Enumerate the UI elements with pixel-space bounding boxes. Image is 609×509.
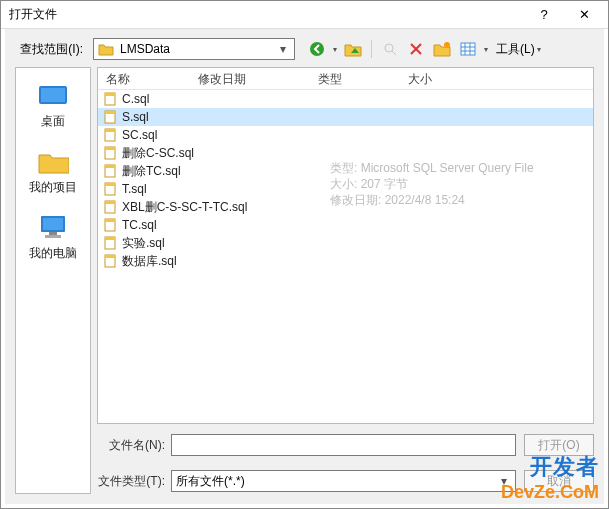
sql-file-icon — [102, 200, 118, 214]
list-area: 名称 修改日期 类型 大小 C.sqlS.sqlSC.sql删除C-SC.sql… — [97, 67, 594, 494]
file-row[interactable]: 删除C-SC.sql — [98, 144, 593, 162]
file-listview[interactable]: 名称 修改日期 类型 大小 C.sqlS.sqlSC.sql删除C-SC.sql… — [97, 67, 594, 424]
svg-rect-30 — [105, 201, 115, 204]
file-row[interactable]: TC.sql — [98, 216, 593, 234]
svg-rect-12 — [41, 88, 65, 102]
svg-rect-32 — [105, 219, 115, 222]
filename-label: 文件名(N): — [97, 437, 171, 454]
svg-rect-34 — [105, 237, 115, 240]
file-row[interactable]: 数据库.sql — [98, 252, 593, 270]
close-button[interactable]: ✕ — [564, 2, 604, 28]
cancel-button[interactable]: 取消 — [524, 470, 594, 492]
file-name: T.sql — [122, 182, 147, 196]
lookin-row: 查找范围(I): LMSData ▾ ▾ ▾ 工具(L) — [15, 35, 594, 63]
file-name: C.sql — [122, 92, 149, 106]
bottom-panel: 文件名(N): 打开(O) 文件类型(T): 所有文件(*.*) ▾ 取消 — [97, 424, 594, 494]
sql-file-icon — [102, 164, 118, 178]
file-name: S.sql — [122, 110, 149, 124]
sql-file-icon — [102, 92, 118, 106]
filetype-label: 文件类型(T): — [97, 473, 171, 490]
svg-rect-22 — [105, 129, 115, 132]
svg-rect-28 — [105, 183, 115, 186]
place-desktop[interactable]: 桌面 — [18, 76, 88, 136]
open-file-dialog: 打开文件 ? ✕ 查找范围(I): LMSData ▾ ▾ — [0, 0, 609, 509]
svg-rect-18 — [105, 93, 115, 96]
file-name: 删除TC.sql — [122, 163, 181, 180]
place-label: 桌面 — [41, 113, 65, 130]
file-row[interactable]: S.sql — [98, 108, 593, 126]
chevron-down-icon: ▾ — [497, 474, 511, 488]
sql-file-icon — [102, 128, 118, 142]
svg-rect-20 — [105, 111, 115, 114]
folder-icon — [37, 148, 69, 176]
places-bar: 桌面 我的项目 我的电脑 — [15, 67, 91, 494]
svg-point-0 — [310, 42, 324, 56]
place-computer[interactable]: 我的电脑 — [18, 208, 88, 268]
views-button[interactable] — [458, 39, 478, 59]
sql-file-icon — [102, 218, 118, 232]
dialog-body: 查找范围(I): LMSData ▾ ▾ ▾ 工具(L) — [1, 29, 608, 508]
svg-rect-14 — [43, 218, 63, 230]
sql-file-icon — [102, 236, 118, 250]
file-row[interactable]: 实验.sql — [98, 234, 593, 252]
lookin-combo[interactable]: LMSData ▾ — [93, 38, 295, 60]
help-button[interactable]: ? — [524, 2, 564, 28]
filename-input[interactable] — [171, 434, 516, 456]
file-name: 删除C-SC.sql — [122, 145, 194, 162]
file-name: TC.sql — [122, 218, 157, 232]
col-name[interactable]: 名称 — [98, 68, 190, 89]
file-row[interactable]: XBL删C-S-SC-T-TC.sql — [98, 198, 593, 216]
file-name: XBL删C-S-SC-T-TC.sql — [122, 199, 247, 216]
lookin-label: 查找范围(I): — [15, 41, 87, 58]
new-folder-button[interactable] — [432, 39, 452, 59]
place-projects[interactable]: 我的项目 — [18, 142, 88, 202]
sql-file-icon — [102, 182, 118, 196]
svg-point-5 — [444, 42, 450, 48]
place-label: 我的项目 — [29, 179, 77, 196]
col-type[interactable]: 类型 — [310, 68, 400, 89]
window-title: 打开文件 — [9, 6, 524, 23]
back-dropdown-icon[interactable]: ▾ — [333, 45, 337, 54]
file-name: 实验.sql — [122, 235, 165, 252]
delete-button[interactable] — [406, 39, 426, 59]
svg-point-1 — [385, 44, 393, 52]
sql-file-icon — [102, 110, 118, 124]
file-row[interactable]: C.sql — [98, 90, 593, 108]
col-size[interactable]: 大小 — [400, 68, 460, 89]
computer-icon — [37, 214, 69, 242]
svg-rect-6 — [461, 43, 475, 55]
folder-icon — [98, 41, 114, 57]
filetype-row: 文件类型(T): 所有文件(*.*) ▾ 取消 — [97, 468, 594, 494]
file-row[interactable]: 删除TC.sql — [98, 162, 593, 180]
svg-rect-16 — [45, 235, 61, 238]
svg-rect-36 — [105, 255, 115, 258]
lookin-value: LMSData — [120, 42, 276, 56]
chevron-down-icon: ▾ — [537, 45, 541, 54]
svg-line-2 — [392, 51, 396, 55]
views-dropdown-icon[interactable]: ▾ — [484, 45, 488, 54]
svg-rect-26 — [105, 165, 115, 168]
col-date[interactable]: 修改日期 — [190, 68, 310, 89]
file-row[interactable]: T.sql — [98, 180, 593, 198]
tools-label: 工具(L) — [496, 41, 535, 58]
search-button — [380, 39, 400, 59]
svg-rect-15 — [49, 232, 57, 235]
place-label: 我的电脑 — [29, 245, 77, 262]
filetype-value: 所有文件(*.*) — [176, 473, 497, 490]
sql-file-icon — [102, 146, 118, 160]
chevron-down-icon: ▾ — [276, 42, 290, 56]
column-headers: 名称 修改日期 类型 大小 — [98, 68, 593, 90]
svg-rect-24 — [105, 147, 115, 150]
file-name: SC.sql — [122, 128, 157, 142]
main-area: 桌面 我的项目 我的电脑 名称 修改日期 类型 大小 — [15, 67, 594, 494]
file-rows: C.sqlS.sqlSC.sql删除C-SC.sql删除TC.sqlT.sqlX… — [98, 90, 593, 270]
open-button[interactable]: 打开(O) — [524, 434, 594, 456]
back-button[interactable] — [307, 39, 327, 59]
separator — [371, 40, 372, 58]
file-name: 数据库.sql — [122, 253, 177, 270]
file-row[interactable]: SC.sql — [98, 126, 593, 144]
filetype-combo[interactable]: 所有文件(*.*) ▾ — [171, 470, 516, 492]
filename-row: 文件名(N): 打开(O) — [97, 432, 594, 458]
up-button[interactable] — [343, 39, 363, 59]
tools-dropdown[interactable]: 工具(L) ▾ — [494, 41, 543, 58]
